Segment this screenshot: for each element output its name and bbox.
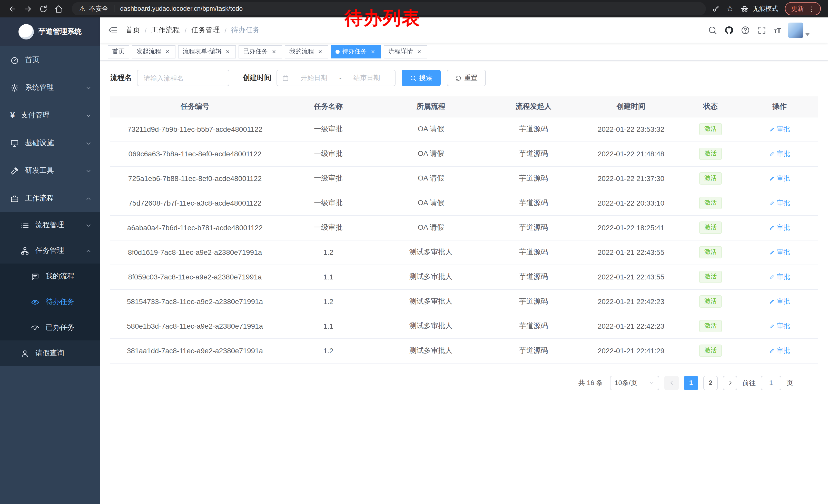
- incognito-badge: 无痕模式: [740, 4, 778, 13]
- browser-reload-button[interactable]: [36, 2, 50, 16]
- next-page-button[interactable]: [723, 375, 737, 390]
- cell-status: 激活: [680, 314, 741, 338]
- password-key-icon[interactable]: [712, 5, 719, 12]
- app-title: 芋道管理系统: [38, 27, 82, 36]
- cell-process: 测试多审批人: [377, 240, 485, 265]
- approve-link[interactable]: 审批: [769, 198, 790, 208]
- approve-link[interactable]: 审批: [769, 321, 790, 331]
- col-task-id: 任务编号: [110, 96, 280, 117]
- cell-initiator: 芋道源码: [485, 215, 582, 240]
- cell-task-id: 8f0d1619-7ac8-11ec-a9e2-a2380e71991a: [110, 240, 280, 265]
- cell-action: 审批: [741, 265, 818, 289]
- cell-created: 2022-01-21 22:42:23: [582, 314, 680, 338]
- breadcrumb-current: 待办任务: [231, 26, 260, 35]
- omnibox-divider: [114, 5, 114, 12]
- chevron-left-icon: [668, 379, 675, 386]
- tab-todo-tasks[interactable]: 待办任务×: [331, 45, 381, 58]
- page-size-select[interactable]: 10条/页: [610, 375, 659, 390]
- refresh-icon: [455, 75, 462, 81]
- tab-process-detail[interactable]: 流程详情×: [384, 45, 427, 58]
- browser-forward-button[interactable]: [20, 2, 35, 16]
- close-icon[interactable]: ×: [224, 48, 232, 55]
- approve-link[interactable]: 审批: [769, 272, 790, 281]
- col-process: 所属流程: [377, 96, 485, 117]
- reset-button[interactable]: 重置: [447, 70, 486, 86]
- sidebar-item-infrastructure[interactable]: 基础设施: [0, 129, 100, 157]
- cell-initiator: 芋道源码: [485, 265, 582, 289]
- font-size-icon[interactable]: TT: [774, 26, 781, 35]
- cell-status: 激活: [680, 240, 741, 265]
- status-badge: 激活: [699, 246, 722, 258]
- approve-link[interactable]: 审批: [769, 149, 790, 158]
- bookmark-star-icon[interactable]: ☆: [726, 5, 734, 13]
- sidebar-item-task-management[interactable]: 任务管理: [0, 238, 100, 264]
- sidebar-item-my-process[interactable]: 我的流程: [0, 264, 100, 289]
- close-icon[interactable]: ×: [416, 48, 423, 55]
- table-row: 725a1eb6-7b88-11ec-8ef0-acde48001122 一级审…: [110, 166, 818, 191]
- approve-link[interactable]: 审批: [769, 297, 790, 306]
- sidebar-item-devtools[interactable]: 研发工具: [0, 157, 100, 185]
- approve-link[interactable]: 审批: [769, 174, 790, 183]
- tab-form-edit[interactable]: 流程表单-编辑×: [178, 45, 236, 58]
- sidebar-item-todo-tasks[interactable]: 待办任务: [0, 289, 100, 315]
- approve-link[interactable]: 审批: [769, 248, 790, 257]
- browser-home-button[interactable]: [51, 2, 66, 16]
- close-icon[interactable]: ×: [369, 48, 377, 55]
- sidebar-item-workflow[interactable]: 工作流程: [0, 185, 100, 212]
- date-range-picker[interactable]: 开始日期 - 结束日期: [277, 70, 396, 86]
- browser-menu-icon[interactable]: ⋮: [808, 5, 815, 12]
- close-icon[interactable]: ×: [164, 48, 171, 55]
- col-status: 状态: [680, 96, 741, 117]
- tab-done-tasks[interactable]: 已办任务×: [239, 45, 282, 58]
- breadcrumb: 首页 / 工作流程 / 任务管理 / 待办任务: [126, 26, 260, 35]
- col-initiator: 流程发起人: [485, 96, 582, 117]
- help-icon[interactable]: [741, 26, 750, 35]
- cell-process: OA 请假: [377, 117, 485, 141]
- chevron-down-icon: [85, 140, 92, 146]
- approve-link[interactable]: 审批: [769, 346, 790, 355]
- github-icon[interactable]: [724, 26, 734, 35]
- cell-initiator: 芋道源码: [485, 240, 582, 265]
- cell-task-id: 58154733-7ac8-11ec-a9e2-a2380e71991a: [110, 289, 280, 314]
- breadcrumb-home[interactable]: 首页: [126, 26, 140, 35]
- breadcrumb-task-management[interactable]: 任务管理: [191, 26, 220, 35]
- status-badge: 激活: [699, 222, 722, 234]
- cell-initiator: 芋道源码: [485, 289, 582, 314]
- page-button-2[interactable]: 2: [703, 375, 718, 390]
- cell-task-name: 一级审批: [280, 215, 377, 240]
- cell-process: OA 请假: [377, 191, 485, 215]
- app-logo-row[interactable]: 芋道管理系统: [0, 17, 100, 46]
- goto-page-input[interactable]: [761, 375, 781, 390]
- tab-my-process[interactable]: 我的流程×: [285, 45, 328, 58]
- cell-action: 审批: [741, 117, 818, 141]
- tab-home[interactable]: 首页: [108, 45, 129, 58]
- workflow-submenu: 流程管理 任务管理 我的流程 待办任务: [0, 212, 100, 366]
- cell-created: 2022-01-22 18:25:41: [582, 215, 680, 240]
- sidebar-item-home[interactable]: 首页: [0, 46, 100, 74]
- sidebar-item-system[interactable]: 系统管理: [0, 74, 100, 101]
- close-icon[interactable]: ×: [271, 48, 278, 55]
- page-button-1[interactable]: 1: [684, 375, 698, 390]
- sidebar-item-done-tasks[interactable]: 已办任务: [0, 315, 100, 340]
- sidebar-item-process-management[interactable]: 流程管理: [0, 212, 100, 238]
- search-icon[interactable]: [708, 26, 717, 35]
- tab-start-process[interactable]: 发起流程×: [132, 45, 175, 58]
- browser-update-button[interactable]: 更新 ⋮: [785, 2, 821, 15]
- sidebar-item-leave-query[interactable]: 请假查询: [0, 340, 100, 366]
- search-button[interactable]: 搜索: [402, 70, 441, 86]
- sidebar-toggle-icon[interactable]: [108, 26, 118, 35]
- status-badge: 激活: [699, 320, 722, 332]
- approve-link[interactable]: 审批: [769, 223, 790, 232]
- prev-page-button[interactable]: [664, 375, 679, 390]
- sidebar-item-payment[interactable]: ¥ 支付管理: [0, 101, 100, 129]
- address-bar[interactable]: ⚠ 不安全 dashboard.yudao.iocoder.cn/bpm/tas…: [72, 2, 706, 15]
- cell-created: 2022-01-21 22:43:55: [582, 240, 680, 265]
- approve-link[interactable]: 审批: [769, 125, 790, 134]
- close-icon[interactable]: ×: [317, 48, 324, 55]
- process-name-input[interactable]: [137, 70, 229, 86]
- browser-back-button[interactable]: [5, 2, 19, 16]
- user-menu[interactable]: [788, 22, 810, 38]
- fullscreen-icon[interactable]: [757, 26, 767, 35]
- cell-task-id: 381aa1dd-7ac8-11ec-a9e2-a2380e71991a: [110, 338, 280, 363]
- breadcrumb-workflow[interactable]: 工作流程: [151, 26, 180, 35]
